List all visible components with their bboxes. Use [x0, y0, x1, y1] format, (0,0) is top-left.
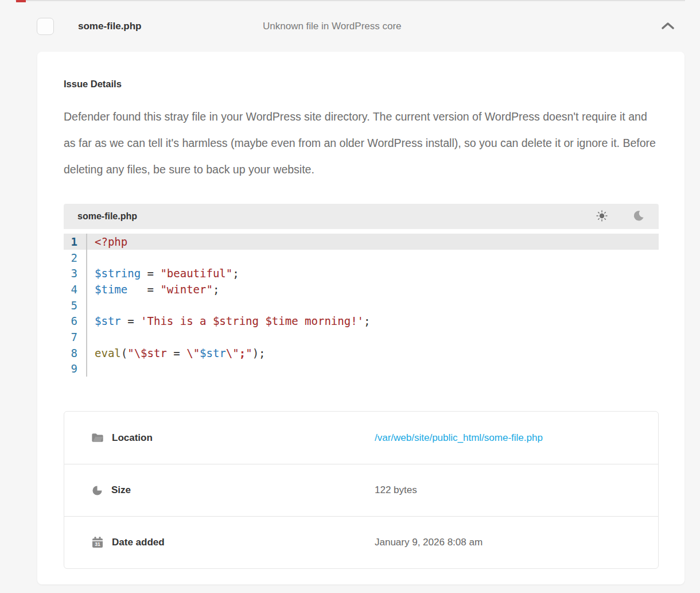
code-text: <?php: [87, 235, 127, 248]
line-number: 5: [64, 297, 87, 313]
details-value: January 9, 2026 8:08 am: [375, 537, 483, 548]
code-line: 3$string = "beautiful";: [64, 265, 659, 281]
details-label: Date added: [112, 537, 165, 548]
folder-icon: [91, 432, 104, 443]
line-number: 1: [64, 234, 87, 250]
code-line: 2: [64, 250, 659, 266]
details-row: Size122 bytes: [64, 464, 658, 516]
code-line: 7: [64, 329, 659, 345]
severity-red-tick: [16, 0, 26, 2]
chevron-up-icon: [662, 22, 674, 32]
details-label: Size: [111, 485, 131, 496]
issue-type-label: Unknown file in WordPress core: [263, 21, 402, 32]
code-text: $str = 'This is a $string $time morning!…: [87, 315, 370, 327]
code-viewer: some-file.php: [64, 204, 659, 382]
code-line: 4$time = "winter";: [64, 281, 659, 297]
issue-details-heading: Issue Details: [64, 52, 659, 90]
moon-icon: [632, 210, 645, 224]
code-viewer-filename: some-file.php: [77, 211, 137, 222]
line-number: 9: [64, 361, 87, 377]
line-number: 3: [64, 265, 87, 281]
issue-details-panel: Issue Details Defender found this stray …: [37, 52, 685, 584]
line-number: 7: [64, 329, 87, 345]
details-value[interactable]: /var/web/site/public_html/some-file.php: [375, 432, 543, 444]
code-viewer-header: some-file.php: [64, 204, 659, 229]
details-table: Location/var/web/site/public_html/some-f…: [64, 411, 659, 569]
details-label: Location: [112, 432, 153, 444]
row-top-border: [15, 0, 685, 1]
code-lines: 1<?php23$string = "beautiful";4$time = "…: [64, 229, 659, 382]
collapse-button[interactable]: [662, 22, 674, 32]
issue-checkbox[interactable]: [37, 18, 54, 35]
code-line: 5: [64, 297, 659, 313]
code-line: 9: [64, 361, 659, 377]
details-row: Location/var/web/site/public_html/some-f…: [64, 412, 658, 464]
storage-icon: [91, 485, 103, 497]
light-theme-button[interactable]: [596, 210, 608, 224]
line-number: 8: [64, 345, 87, 361]
dark-theme-button[interactable]: [632, 210, 645, 224]
code-line: 8eval("\$str = \"$str\";");: [64, 345, 659, 361]
issue-description: Defender found this stray file in your W…: [64, 103, 659, 183]
svg-text:31: 31: [95, 541, 100, 547]
issue-accordion-header[interactable]: some-file.php Unknown file in WordPress …: [0, 0, 700, 52]
line-number: 4: [64, 281, 87, 297]
code-line: 1<?php: [64, 234, 659, 250]
code-line: 6$str = 'This is a $string $time morning…: [64, 313, 659, 329]
code-text: $time = "winter";: [87, 283, 219, 296]
details-row: 31 Date addedJanuary 9, 2026 8:08 am: [64, 516, 658, 568]
line-number: 6: [64, 313, 87, 329]
issue-filename: some-file.php: [78, 21, 263, 32]
sun-icon: [596, 210, 608, 224]
details-value: 122 bytes: [375, 485, 417, 496]
calendar-icon: 31: [91, 536, 104, 549]
code-text: eval("\$str = \"$str\";");: [87, 347, 266, 359]
line-number: 2: [64, 250, 87, 266]
details-rows: Location/var/web/site/public_html/some-f…: [64, 412, 658, 568]
code-text: $string = "beautiful";: [87, 267, 239, 280]
